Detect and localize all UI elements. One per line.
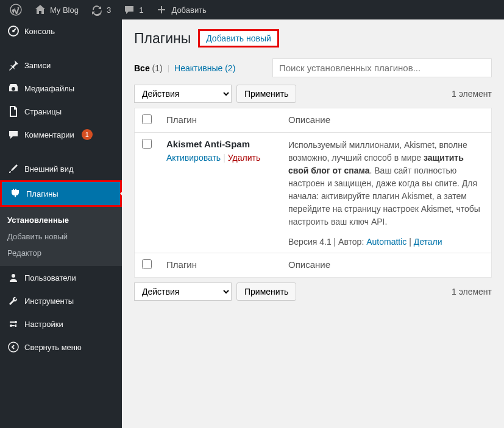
sidebar-item-collapse[interactable]: Свернуть меню: [0, 335, 122, 359]
sidebar-item-label: Инструменты: [24, 296, 74, 306]
page-title: Плагины: [134, 30, 191, 47]
delete-link[interactable]: Удалить: [228, 153, 260, 163]
filter-divider: |: [168, 63, 169, 72]
sidebar-item-label: Свернуть меню: [24, 343, 82, 352]
sidebar-item-label: Пользователи: [24, 273, 76, 282]
sidebar-item-comments[interactable]: Комментарии 1: [0, 123, 122, 146]
bulk-actions-bottom: Действия Применить 1 элемент: [134, 282, 492, 301]
search-input[interactable]: [272, 58, 492, 77]
svg-point-3: [12, 87, 15, 91]
svg-point-2: [12, 30, 15, 32]
site-name: My Blog: [50, 5, 79, 15]
sidebar-item-label: Настройки: [24, 320, 63, 329]
svg-point-6: [10, 325, 12, 327]
wp-logo[interactable]: [5, 0, 27, 19]
sidebar-item-settings[interactable]: Настройки: [0, 312, 122, 335]
activate-link[interactable]: Активировать: [166, 153, 221, 163]
plugin-meta: Версия 4.1 | Автор: Automattic | Детали: [288, 237, 484, 247]
filter-all[interactable]: Все (1): [134, 63, 163, 73]
plugins-submenu: Установленные Добавить новый Редактор: [0, 207, 122, 266]
comments-icon: [7, 128, 20, 141]
bulk-action-select-bottom[interactable]: Действия: [134, 282, 232, 301]
plugin-actions: Активировать|Удалить: [166, 153, 274, 163]
comments-link[interactable]: 1: [118, 0, 148, 19]
details-link[interactable]: Детали: [414, 237, 442, 247]
media-icon: [7, 82, 20, 94]
col-desc-header: Описание: [281, 108, 492, 133]
add-label: Добавить: [171, 5, 206, 15]
sidebar-item-label: Медиафайлы: [24, 84, 74, 93]
sidebar-item-users[interactable]: Пользователи: [0, 266, 122, 289]
sidebar-item-appearance[interactable]: Внешний вид: [0, 157, 122, 180]
col-plugin-footer: Плагин: [159, 253, 281, 278]
tools-icon: [7, 295, 20, 307]
admin-sidebar: Консоль Записи Медиафайлы Страницы Комме…: [0, 19, 122, 428]
main-content: Плагины Добавить новый Все (1) | Неактив…: [122, 19, 504, 428]
submenu-add-new[interactable]: Добавить новый: [0, 228, 122, 245]
plugin-row: Akismet Anti-Spam Активировать|Удалить И…: [135, 133, 492, 253]
sidebar-item-tools[interactable]: Инструменты: [0, 289, 122, 312]
refresh-icon: [91, 4, 103, 16]
add-new-button[interactable]: Добавить новый: [198, 29, 279, 47]
bulk-actions-top: Действия Применить 1 элемент: [134, 85, 492, 103]
dashboard-icon: [7, 25, 20, 37]
select-all-checkbox-bottom[interactable]: [142, 259, 152, 269]
updates-link[interactable]: 3: [86, 0, 116, 19]
sidebar-item-label: Страницы: [24, 107, 62, 116]
svg-point-4: [12, 274, 15, 278]
comments-count: 1: [139, 5, 143, 15]
collapse-icon: [7, 341, 20, 353]
brush-icon: [7, 163, 20, 175]
sidebar-item-label: Записи: [24, 61, 51, 70]
sidebar-item-dashboard[interactable]: Консоль: [0, 19, 122, 43]
select-all-checkbox[interactable]: [142, 114, 152, 124]
apply-button-bottom[interactable]: Применить: [236, 282, 296, 301]
home-icon: [34, 4, 46, 16]
sidebar-item-pages[interactable]: Страницы: [0, 100, 122, 123]
sidebar-item-media[interactable]: Медиафайлы: [0, 77, 122, 100]
plugin-description: Используемый миллионами, Akismet, вполне…: [288, 139, 484, 228]
sidebar-item-label: Плагины: [26, 189, 59, 198]
plugin-checkbox[interactable]: [142, 139, 152, 149]
items-count-bottom: 1 элемент: [452, 287, 492, 296]
svg-point-7: [9, 342, 18, 352]
comments-badge: 1: [82, 129, 93, 140]
sidebar-item-posts[interactable]: Записи: [0, 54, 122, 77]
plus-icon: [155, 4, 168, 16]
updates-count: 3: [107, 5, 111, 15]
author-link[interactable]: Automattic: [366, 237, 406, 247]
svg-point-5: [15, 321, 17, 323]
sidebar-item-label: Консоль: [24, 27, 55, 36]
admin-topbar: My Blog 3 1 Добавить: [0, 0, 504, 19]
site-home-link[interactable]: My Blog: [29, 0, 83, 19]
col-desc-footer: Описание: [281, 253, 492, 278]
settings-icon: [7, 318, 20, 330]
items-count: 1 элемент: [452, 89, 492, 99]
plug-icon: [9, 188, 21, 200]
apply-button[interactable]: Применить: [236, 85, 296, 103]
sidebar-item-label: Комментарии: [24, 130, 74, 139]
pages-icon: [7, 105, 20, 118]
page-header: Плагины Добавить новый: [134, 29, 492, 47]
col-plugin-header: Плагин: [159, 108, 281, 133]
submenu-editor[interactable]: Редактор: [0, 245, 122, 261]
filter-inactive[interactable]: Неактивные (2): [174, 63, 235, 73]
users-icon: [7, 272, 20, 284]
add-new-link[interactable]: Добавить: [151, 0, 211, 19]
pin-icon: [7, 59, 20, 71]
submenu-installed[interactable]: Установленные: [0, 212, 122, 228]
comment-icon: [123, 4, 135, 16]
bulk-action-select[interactable]: Действия: [134, 85, 232, 103]
filter-row: Все (1) | Неактивные (2): [134, 58, 492, 77]
sidebar-item-plugins[interactable]: Плагины: [0, 180, 122, 207]
plugin-name: Akismet Anti-Spam: [166, 139, 274, 149]
wordpress-icon: [10, 4, 22, 16]
sidebar-item-label: Внешний вид: [24, 164, 74, 174]
plugins-table: Плагин Описание Akismet Anti-Spam Активи…: [134, 108, 492, 278]
